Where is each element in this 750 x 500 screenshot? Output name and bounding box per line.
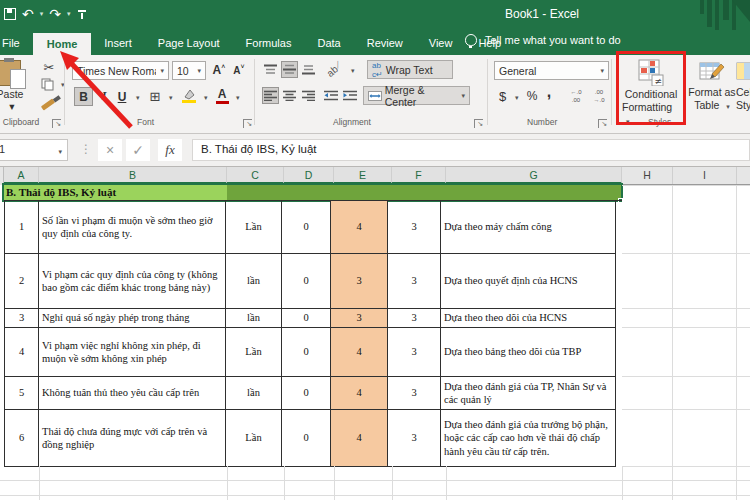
borders-dropdown-icon[interactable]: ▾ [169,94,173,102]
cell-no[interactable]: 6 [5,410,39,467]
cell-score[interactable]: 4 [331,328,388,377]
tab-page-layout[interactable]: Page Layout [145,30,233,55]
increase-indent-button[interactable] [341,87,358,104]
font-dialog-launcher[interactable]: ↘ [243,119,252,128]
cell-no[interactable]: 5 [5,377,39,410]
italic-button[interactable]: I [96,87,112,106]
orientation-button[interactable]: ab⟋ [321,56,348,83]
cell-max[interactable]: 3 [388,254,441,309]
font-size-select[interactable]: 10 ▾ [172,61,206,80]
merge-center-button[interactable]: Merge & Center ▾ [363,86,470,105]
insert-function-button[interactable]: fx [158,139,182,161]
column-header-f[interactable]: F [392,167,446,184]
cell-basis[interactable]: Dựa theo theo dõi của HCNS [441,309,616,328]
orientation-dropdown-icon[interactable]: ▾ [351,67,355,75]
formula-bar-grip[interactable]: ⋮ [80,142,92,156]
fill-color-dropdown-icon[interactable]: ▾ [204,94,208,102]
column-header-d[interactable]: D [284,167,334,184]
cell-score[interactable]: 3 [331,309,388,328]
tab-data[interactable]: Data [304,30,353,55]
cell-criteria[interactable]: Số lần vi phạm đi muộn về sớm theo giờ q… [39,201,226,254]
cell-max[interactable]: 3 [388,201,441,254]
decrease-indent-button[interactable] [322,87,339,104]
align-right-button[interactable] [300,87,317,104]
redo-icon[interactable]: ↷ [49,4,61,24]
cell-score[interactable]: 4 [331,377,388,410]
redo-dropdown-icon[interactable]: ▾ [67,10,71,18]
borders-button[interactable]: ⊞ [146,87,164,106]
clipboard-dialog-launcher[interactable]: ↘ [52,119,61,128]
cell-min[interactable]: 0 [282,309,331,328]
underline-button[interactable]: U [114,87,130,106]
cell-unit[interactable]: Lần [226,328,282,377]
column-header-h[interactable]: H [622,167,673,184]
cell-basis[interactable]: Dựa theo đánh giá của trưởng bộ phận, ho… [441,410,616,467]
cancel-button[interactable]: × [98,139,122,161]
cell-max[interactable]: 3 [388,410,441,467]
shrink-font-button[interactable]: A˅ [231,61,247,79]
cell-score[interactable]: 3 [331,254,388,309]
cell-basis[interactable]: Dựa theo quyết định của HCNS [441,254,616,309]
cell-min[interactable]: 0 [282,201,331,254]
number-dialog-launcher[interactable]: ↘ [598,119,607,128]
cell-unit[interactable]: lần [226,254,282,309]
column-header-g[interactable]: G [446,167,622,184]
accounting-format-button[interactable]: $ [495,87,510,105]
number-format-select[interactable]: General ▾ [494,61,609,80]
cell-unit[interactable]: Lần [226,410,282,467]
fill-color-button[interactable] [180,86,198,106]
align-left-button[interactable] [262,87,279,104]
accounting-dropdown-icon[interactable]: ▾ [515,94,519,102]
cell-styles-button[interactable]: Cell Styles [736,57,750,129]
formula-input[interactable]: B. Thái độ IBS, Kỷ luật [192,139,750,161]
cell-score[interactable]: 4 [331,410,388,467]
cell-score[interactable]: 4 [331,201,388,254]
tab-file[interactable]: File [0,30,33,55]
cell-min[interactable]: 0 [282,410,331,467]
cell-no[interactable]: 3 [5,309,39,328]
section-header-row[interactable]: B. Thái độ IBS, Kỷ luật [4,185,622,200]
tell-me-box[interactable]: Tell me what you want to do [465,34,621,46]
font-color-dropdown-icon[interactable]: ▾ [236,94,240,102]
tab-home[interactable]: Home [33,33,92,55]
column-header-b[interactable]: B [39,167,227,184]
column-header-a[interactable]: A [4,167,39,184]
percent-style-button[interactable]: % [524,87,540,105]
top-align-button[interactable] [262,61,279,78]
column-header-i[interactable]: I [673,167,737,184]
cell-basis[interactable]: Dựa theo đánh giá của TP, Nhân Sự và các… [441,377,616,410]
underline-dropdown-icon[interactable]: ▾ [136,94,140,102]
undo-icon[interactable]: ↶ [22,4,34,24]
cell-criteria[interactable]: Vi phạm việc nghỉ không xin phép, đi muộ… [39,328,226,377]
cell-min[interactable]: 0 [282,328,331,377]
column-header-e[interactable]: E [334,167,392,184]
cut-button[interactable]: ✂ [40,59,58,75]
save-icon[interactable] [4,8,16,20]
wrap-text-button[interactable]: abc↵ Wrap Text [367,60,453,79]
decrease-decimal-button[interactable]: .00 →.0 [588,86,610,106]
cell-basis[interactable]: Dựa theo máy chấm công [441,201,616,254]
copy-button[interactable] [40,77,54,91]
bold-button[interactable]: B [74,87,93,106]
cell-basis[interactable]: Dựa theo bảng theo dõi của TBP [441,328,616,377]
cell-no[interactable]: 1 [5,201,39,254]
undo-dropdown-icon[interactable]: ▾ [40,10,44,18]
increase-decimal-button[interactable]: ←.0 .00 [565,86,587,106]
bottom-align-button[interactable] [300,61,317,78]
cell-criteria[interactable]: Thái độ chưa đúng mực với cấp trên và đồ… [39,410,226,467]
cell-criteria[interactable]: Nghỉ quá số ngày phép trong tháng [39,309,226,328]
tab-review[interactable]: Review [354,30,416,55]
paste-button[interactable]: Paste ▾ [0,58,34,120]
enter-button[interactable]: ✓ [126,139,150,161]
cell-no[interactable]: 4 [5,328,39,377]
tab-formulas[interactable]: Formulas [233,30,305,55]
tab-insert[interactable]: Insert [91,30,145,55]
comma-style-button[interactable]: , [543,83,555,101]
cell-min[interactable]: 0 [282,254,331,309]
alignment-dialog-launcher[interactable]: ↘ [474,119,483,128]
format-as-table-button[interactable]: Format as Table ▾ [686,57,738,129]
name-box[interactable]: 1 ▾ [0,139,68,161]
cell-criteria[interactable]: Vi phạm các quy định của công ty (không … [39,254,226,309]
font-name-select[interactable]: Times New Romar ▾ [72,61,169,80]
grow-font-button[interactable]: A˄ [211,61,227,79]
